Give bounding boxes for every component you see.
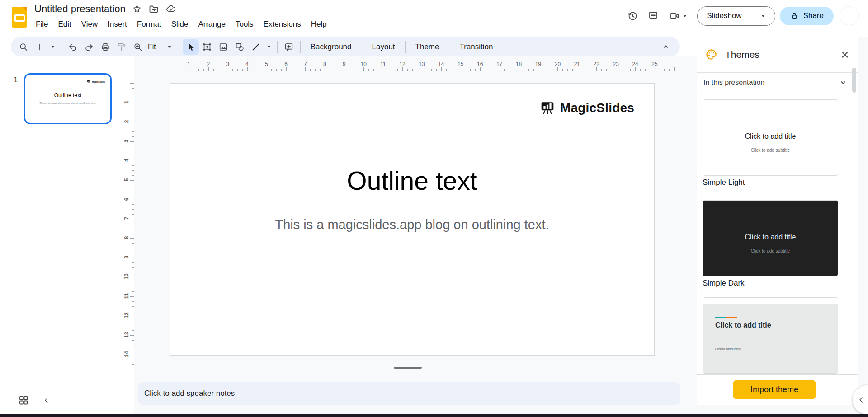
slide-brand-logo[interactable]: MagicSlides: [539, 101, 634, 115]
menu-help[interactable]: Help: [306, 18, 332, 31]
menu-extensions[interactable]: Extensions: [259, 18, 306, 31]
slide-subtitle-textbox[interactable]: This is a magicslides.app blog on outlin…: [170, 217, 654, 232]
h-ruler-number: 23: [613, 61, 618, 67]
cloud-status-icon[interactable]: [165, 4, 176, 14]
undo-icon[interactable]: [65, 39, 81, 55]
theme-card-simple-dark[interactable]: Click to add title Click to add subtitle: [703, 200, 838, 276]
slide-thumbnail[interactable]: MagicSlides Outline text This is a magic…: [24, 73, 112, 124]
menu-file[interactable]: File: [31, 18, 53, 31]
toolbar-separator: [449, 41, 449, 53]
panel-footer-gutter: [697, 405, 858, 414]
speaker-notes-placeholder: Click to add speaker notes: [144, 389, 235, 398]
panel-footer: Import theme: [697, 374, 858, 405]
h-ruler-number: 25: [651, 61, 657, 67]
h-ruler-number: 18: [516, 61, 522, 67]
horizontal-ruler: 1234567891011121314151617181920212223242…: [134, 63, 696, 71]
avatar[interactable]: [840, 7, 858, 25]
slideshow-dropdown[interactable]: [751, 7, 775, 25]
grid-view-icon[interactable]: [18, 395, 29, 406]
theme-card-title: Click to add title: [703, 233, 838, 241]
top-bar: Untitled presentation File Edit View Ins…: [0, 0, 868, 37]
slideshow-button[interactable]: Slideshow: [697, 6, 775, 26]
in-this-presentation-section[interactable]: In this presentation: [697, 73, 858, 93]
collapse-toolbar-icon[interactable]: [661, 42, 671, 52]
meet-dropdown-caret[interactable]: [683, 15, 687, 17]
collapse-filmstrip-icon[interactable]: [42, 396, 51, 404]
new-slide-button[interactable]: [32, 39, 48, 55]
toolbar-separator: [277, 41, 278, 53]
version-history-button[interactable]: [622, 5, 643, 26]
menu-format[interactable]: Format: [132, 18, 166, 31]
menu-insert[interactable]: Insert: [103, 18, 132, 31]
import-theme-button[interactable]: Import theme: [733, 380, 816, 399]
print-icon[interactable]: [97, 39, 113, 55]
h-ruler-number: 4: [245, 61, 249, 67]
magicslides-icon: [539, 101, 556, 115]
slide-editor[interactable]: MagicSlides Outline text This is a magic…: [170, 83, 655, 356]
logo-inner-rect: [14, 14, 25, 22]
theme-card-title: Click to add title: [715, 321, 771, 329]
zoom-in-icon[interactable]: [130, 39, 146, 55]
v-ruler-number: 12: [123, 312, 130, 319]
select-tool[interactable]: [183, 39, 199, 55]
slide-brand-text: MagicSlides: [560, 101, 634, 115]
theme-card-background: [703, 304, 838, 374]
menu-edit[interactable]: Edit: [53, 18, 76, 31]
canvas-area: 1234567891011121314151617181920212223242…: [134, 56, 697, 414]
close-panel-icon[interactable]: [840, 50, 850, 60]
menu-slide[interactable]: Slide: [166, 18, 193, 31]
v-ruler-number: 4: [123, 157, 130, 164]
comments-button[interactable]: [643, 5, 664, 26]
move-folder-icon[interactable]: [148, 4, 159, 14]
share-label: Share: [803, 11, 824, 20]
horizontal-scrollbar-thumb[interactable]: [394, 367, 422, 369]
thumbnail-subtitle: This is a magicslides.app blog on outlin…: [25, 102, 110, 104]
insert-comment-tool[interactable]: [281, 39, 297, 55]
speaker-notes-bar[interactable]: Click to add speaker notes: [138, 382, 680, 405]
insert-image-tool[interactable]: [215, 39, 231, 55]
v-ruler-number: 8: [123, 234, 130, 241]
slides-logo-icon[interactable]: [12, 7, 27, 28]
search-menus-icon[interactable]: [15, 39, 32, 55]
toolbar-separator: [179, 41, 179, 53]
line-dropdown-caret[interactable]: [264, 39, 274, 55]
new-slide-dropdown-caret[interactable]: [48, 39, 58, 55]
h-ruler-number: 22: [594, 61, 599, 67]
theme-card-simple-light[interactable]: Click to add title Click to add subtitle: [703, 99, 838, 176]
panel-scrollbar-thumb[interactable]: [852, 68, 856, 93]
theme-button[interactable]: Theme: [409, 42, 446, 52]
slide-number: 1: [14, 75, 18, 84]
meet-video-button[interactable]: [664, 5, 692, 26]
h-ruler-number: 13: [419, 61, 425, 67]
h-ruler-number: 5: [265, 61, 268, 67]
h-ruler-number: 10: [361, 61, 367, 67]
h-ruler-number: 2: [207, 61, 210, 67]
menu-view[interactable]: View: [76, 18, 103, 31]
filmstrip: 1 MagicSlides Outline text This is a mag…: [0, 56, 134, 414]
h-ruler-number: 6: [284, 61, 288, 67]
slide-title-textbox[interactable]: Outline text: [170, 166, 654, 196]
right-gutter: [858, 37, 868, 414]
h-ruler-number: 21: [574, 61, 580, 67]
import-theme-label: Import theme: [750, 385, 798, 394]
share-button[interactable]: Share: [780, 7, 834, 25]
redo-icon[interactable]: [81, 39, 97, 55]
background-button[interactable]: Background: [304, 42, 359, 52]
text-box-tool[interactable]: [199, 39, 215, 55]
v-ruler-number: 6: [123, 196, 130, 203]
menu-tools[interactable]: Tools: [231, 18, 259, 31]
star-icon[interactable]: [132, 4, 142, 14]
document-title[interactable]: Untitled presentation: [34, 3, 126, 15]
transition-button[interactable]: Transition: [453, 42, 500, 52]
insert-shape-tool[interactable]: [231, 39, 248, 55]
zoom-select[interactable]: Fit: [146, 43, 176, 51]
toolbar: Fit Background Layout Theme Transit: [11, 37, 680, 56]
theme-card-streamline[interactable]: Click to add title Click to add subtitle: [703, 297, 838, 374]
v-ruler-number: 1: [123, 98, 130, 106]
paint-format-icon[interactable]: [113, 39, 130, 55]
theme-card-accent-dashes: [715, 317, 737, 318]
insert-line-tool[interactable]: [248, 39, 264, 55]
v-ruler-number: 11: [123, 292, 130, 300]
menu-arrange[interactable]: Arrange: [193, 18, 230, 31]
layout-button[interactable]: Layout: [365, 42, 402, 52]
